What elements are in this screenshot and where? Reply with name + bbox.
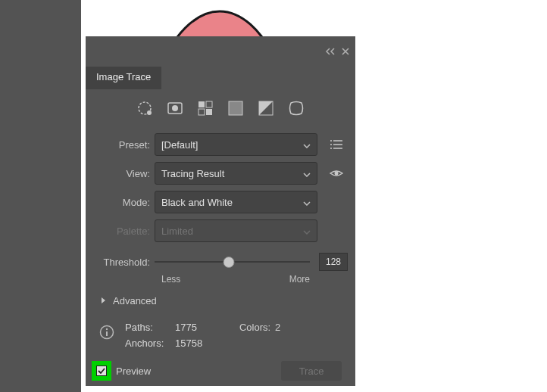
svg-rect-5 — [198, 101, 205, 107]
threshold-max-label: More — [289, 274, 310, 285]
svg-point-19 — [106, 328, 108, 330]
threshold-label: Threshold: — [93, 257, 150, 268]
svg-point-2 — [147, 110, 152, 115]
advanced-label: Advanced — [113, 295, 157, 306]
svg-point-14 — [330, 140, 332, 142]
mode-value: Black and White — [161, 197, 233, 208]
svg-rect-6 — [206, 101, 212, 107]
svg-point-17 — [335, 172, 339, 176]
collapse-icon[interactable] — [325, 46, 336, 58]
tab-image-trace[interactable]: Image Trace — [86, 67, 161, 89]
anchors-label: Anchors: — [125, 338, 170, 349]
chevron-down-icon — [303, 139, 311, 151]
preset-label: Preset: — [93, 139, 150, 151]
mode-dropdown[interactable]: Black and White — [155, 191, 317, 213]
high-color-icon[interactable] — [167, 100, 183, 117]
trace-button: Trace — [281, 361, 342, 381]
svg-rect-9 — [229, 101, 242, 115]
svg-point-4 — [172, 105, 178, 111]
tab-bar: Image Trace — [86, 67, 355, 89]
preset-value: [Default] — [161, 139, 198, 151]
view-dropdown[interactable]: Tracing Result — [155, 162, 317, 185]
paths-value: 1775 — [175, 322, 197, 333]
paths-label: Paths: — [125, 322, 170, 333]
preview-label: Preview — [116, 366, 151, 377]
close-icon[interactable] — [342, 46, 349, 58]
image-trace-panel: Image Trace Preset: [Default] — [86, 36, 355, 386]
chevron-right-icon — [101, 295, 107, 306]
view-label: View: — [93, 168, 150, 179]
svg-point-16 — [330, 148, 332, 149]
grayscale-icon[interactable] — [227, 100, 244, 117]
low-color-icon[interactable] — [197, 100, 214, 117]
app-sidebar — [0, 0, 81, 392]
auto-color-icon[interactable] — [136, 100, 153, 117]
view-value: Tracing Result — [161, 168, 224, 179]
threshold-min-label: Less — [161, 274, 180, 285]
anchors-value: 15758 — [175, 338, 202, 349]
black-white-icon[interactable] — [258, 100, 274, 117]
chevron-down-icon — [303, 197, 311, 208]
colors-value: 2 — [275, 322, 280, 333]
preview-checkbox-highlight — [92, 361, 111, 381]
chevron-down-icon — [303, 226, 311, 237]
outline-icon[interactable] — [288, 100, 305, 117]
advanced-toggle[interactable]: Advanced — [86, 285, 355, 317]
threshold-value-input[interactable]: 128 — [319, 253, 348, 271]
preset-dropdown[interactable]: [Default] — [155, 133, 317, 156]
chevron-down-icon — [303, 168, 311, 179]
svg-rect-8 — [206, 109, 212, 115]
menu-icon[interactable] — [327, 135, 346, 154]
mode-label: Mode: — [93, 197, 150, 208]
svg-point-15 — [330, 144, 332, 145]
threshold-slider[interactable] — [155, 256, 310, 268]
colors-label: Colors: — [239, 322, 270, 333]
palette-value: Limited — [161, 226, 193, 237]
svg-rect-20 — [106, 331, 108, 336]
preset-icon-row — [86, 89, 355, 130]
palette-label: Palette: — [93, 226, 150, 237]
svg-rect-7 — [198, 109, 205, 115]
palette-dropdown: Limited — [155, 219, 317, 242]
eye-icon[interactable] — [327, 163, 346, 183]
slider-knob[interactable] — [223, 257, 235, 268]
info-icon — [99, 325, 114, 340]
preview-checkbox[interactable] — [96, 366, 107, 376]
